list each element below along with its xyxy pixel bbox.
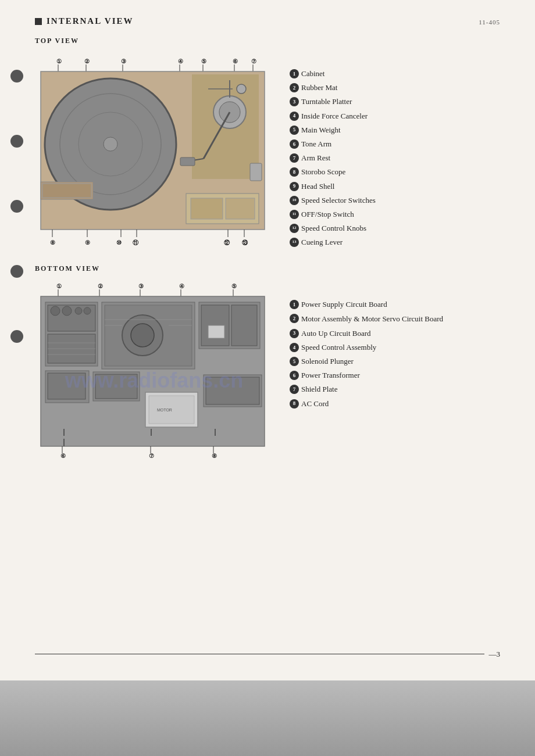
bottom-part-item-4: 4 Speed Control Assembly: [290, 342, 500, 353]
part-label-3: Turntable Platter: [301, 96, 352, 107]
svg-point-59: [51, 306, 60, 316]
part-num-11: 11: [290, 210, 299, 219]
top-view-parts-list: 1 Cabinet 2 Rubber Mat 3 Turntable Platt…: [290, 51, 500, 251]
part-item-3: 3 Turntable Platter: [290, 96, 500, 107]
part-num-6: 6: [290, 139, 299, 149]
part-label-11: OFF/Stop Switch: [301, 209, 354, 220]
part-num-7: 7: [290, 153, 299, 163]
part-num-10: 10: [290, 196, 299, 205]
bottom-part-item-3: 3 Auto Up Circuit Board: [290, 328, 500, 339]
svg-rect-33: [42, 184, 91, 198]
bottom-view-label: BOTTOM VIEW: [35, 264, 500, 273]
part-label-10: Speed Selector Switches: [301, 195, 376, 206]
page: INTERNAL VIEW 11-405 TOP VIEW ① ② ③ ④ ⑤ …: [0, 0, 535, 756]
part-item-8: 8 Storobo Scope: [290, 167, 500, 177]
svg-text:MOTOR: MOTOR: [157, 408, 172, 412]
part-label-2: Rubber Mat: [301, 83, 337, 93]
svg-rect-76: [231, 305, 257, 346]
svg-text:⑫: ⑫: [224, 239, 230, 246]
bottom-part-item-5: 5 Solenoid Plunger: [290, 356, 500, 367]
bottom-view-diagram: www.radiofans.cn ① ② ③ ④ ⑤: [35, 279, 273, 465]
bottom-part-item-6: 6 Power Transformer: [290, 370, 500, 381]
bottom-part-label-6: Power Transformer: [301, 370, 360, 381]
part-num-1: 1: [290, 69, 299, 78]
svg-text:⑦: ⑦: [251, 58, 256, 65]
header: INTERNAL VIEW 11-405: [0, 0, 535, 32]
svg-text:④: ④: [178, 58, 183, 65]
part-item-11: 11 OFF/Stop Switch: [290, 209, 500, 220]
part-label-12: Speed Control Knobs: [301, 223, 366, 234]
part-item-12: 12 Speed Control Knobs: [290, 223, 500, 234]
bottom-part-label-8: AC Cord: [301, 399, 329, 409]
svg-text:⑤: ⑤: [201, 58, 206, 65]
left-marker-1: [10, 70, 23, 83]
title-square-icon: [35, 18, 42, 25]
top-view-content: ① ② ③ ④ ⑤ ⑥ ⑦: [35, 51, 500, 252]
bottom-part-num-2: 2: [290, 314, 299, 323]
bottom-part-label-7: Shield Plate: [301, 384, 337, 395]
bottom-part-num-8: 8: [290, 399, 299, 409]
svg-point-18: [104, 137, 117, 151]
svg-text:⑦: ⑦: [149, 453, 154, 459]
part-num-5: 5: [290, 126, 299, 135]
bottom-part-num-7: 7: [290, 385, 299, 394]
svg-text:①: ①: [56, 283, 62, 289]
bottom-part-num-3: 3: [290, 329, 299, 338]
svg-rect-29: [191, 198, 223, 219]
svg-rect-24: [180, 157, 195, 166]
svg-rect-77: [208, 325, 224, 338]
svg-rect-86: [206, 377, 259, 404]
svg-point-27: [237, 84, 246, 94]
svg-text:⑧: ⑧: [212, 453, 217, 459]
part-label-9: Head Shell: [301, 181, 334, 192]
left-markers: [10, 70, 23, 343]
svg-text:⑪: ⑪: [133, 239, 139, 246]
bottom-view-content: www.radiofans.cn ① ② ③ ④ ⑤: [35, 279, 500, 465]
bottom-part-label-1: Power Supply Circuit Board: [301, 299, 387, 310]
svg-point-61: [75, 307, 82, 314]
svg-text:④: ④: [179, 283, 184, 289]
svg-point-62: [84, 307, 91, 314]
svg-rect-30: [226, 198, 255, 219]
part-label-5: Main Weight: [301, 125, 341, 135]
part-item-10: 10 Speed Selector Switches: [290, 195, 500, 206]
part-item-4: 4 Inside Force Canceler: [290, 111, 500, 121]
svg-rect-31: [250, 163, 262, 181]
svg-point-70: [131, 324, 154, 347]
svg-text:①: ①: [56, 58, 62, 65]
bottom-part-label-3: Auto Up Circuit Board: [301, 328, 371, 339]
top-view-label: TOP VIEW: [35, 37, 500, 45]
part-item-5: 5 Main Weight: [290, 125, 500, 135]
svg-text:⑤: ⑤: [231, 283, 237, 289]
svg-text:⑨: ⑨: [85, 239, 90, 246]
top-view-diagram: ① ② ③ ④ ⑤ ⑥ ⑦: [35, 54, 273, 252]
svg-text:③: ③: [138, 283, 144, 289]
bottom-bar: [0, 680, 535, 756]
svg-text:⑬: ⑬: [242, 239, 248, 246]
left-marker-2: [10, 135, 23, 148]
part-num-13: 13: [290, 238, 299, 247]
part-num-4: 4: [290, 112, 299, 121]
bottom-view-section: BOTTOM VIEW www.radiofans.cn ① ② ③ ④: [0, 252, 535, 465]
part-item-7: 7 Arm Rest: [290, 153, 500, 163]
bottom-view-svg: ① ② ③ ④ ⑤: [35, 279, 273, 465]
svg-text:⑥: ⑥: [233, 58, 238, 65]
header-title-group: INTERNAL VIEW: [35, 16, 134, 26]
part-label-8: Storobo Scope: [301, 167, 345, 177]
page-ref: 11-405: [479, 16, 500, 26]
svg-rect-81: [95, 374, 137, 399]
bottom-part-item-7: 7 Shield Plate: [290, 384, 500, 395]
part-item-9: 9 Head Shell: [290, 181, 500, 192]
svg-text:②: ②: [98, 283, 103, 289]
part-item-2: 2 Rubber Mat: [290, 83, 500, 93]
bottom-part-item-1: 1 Power Supply Circuit Board: [290, 299, 500, 310]
part-item-6: 6 Tone Arm: [290, 139, 500, 149]
svg-text:⑧: ⑧: [50, 239, 55, 246]
bottom-part-label-4: Speed Control Assembly: [301, 342, 376, 353]
footer-page-number: —3: [484, 650, 501, 659]
part-label-4: Inside Force Canceler: [301, 111, 368, 121]
svg-text:⑥: ⑥: [60, 453, 66, 459]
bottom-part-label-5: Solenoid Plunger: [301, 356, 354, 367]
bottom-part-num-4: 4: [290, 343, 299, 352]
bottom-part-label-2: Motor Assembly & Motor Servo Circuit Boa…: [301, 313, 443, 325]
